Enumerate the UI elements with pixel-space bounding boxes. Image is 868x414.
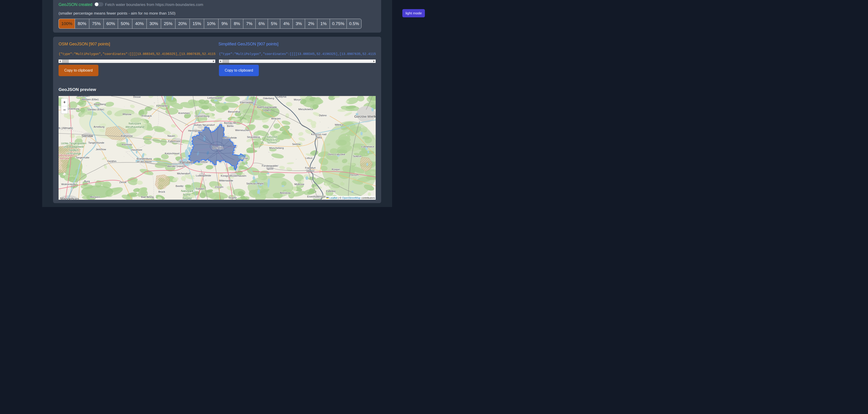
svg-text:Arneburg: Arneburg <box>94 125 104 128</box>
svg-text:Werneuchen: Werneuchen <box>235 129 250 131</box>
svg-text:Bad Freienwalde: Bad Freienwalde <box>257 106 277 109</box>
svg-text:Seehausen: Seehausen <box>76 96 90 97</box>
svg-text:Möckern: Möckern <box>90 196 100 198</box>
svg-text:Werder (Havel): Werder (Havel) <box>167 165 185 168</box>
svg-text:Ludwigsfelde: Ludwigsfelde <box>196 174 211 177</box>
svg-text:Trebbin: Trebbin <box>196 187 205 190</box>
svg-text:Sulęcin: Sulęcin <box>353 155 362 157</box>
svg-text:Liebenwalde: Liebenwalde <box>207 96 222 99</box>
svg-text:Königs Wusterhausen: Königs Wusterhausen <box>221 174 246 177</box>
svg-text:Odrą: Odrą <box>316 136 322 139</box>
svg-text:Oderberg: Oderberg <box>263 97 274 100</box>
svg-text:Stendal: Stendal <box>82 134 93 138</box>
svg-text:Magdeburg: Magdeburg <box>60 197 79 200</box>
svg-text:penübungsplatz: penübungsplatz <box>59 154 74 157</box>
svg-text:Bad Belzig: Bad Belzig <box>141 196 154 198</box>
svg-text:Westhavelland: Westhavelland <box>126 125 145 128</box>
svg-text:(Oder): (Oder) <box>306 170 314 172</box>
svg-text:Eisenhüttenstadt: Eisenhüttenstadt <box>307 195 327 198</box>
svg-text:Cedynia: Cedynia <box>277 96 286 98</box>
svg-text:Beeskow: Beeskow <box>280 191 291 194</box>
svg-text:Naturpark: Naturpark <box>267 136 278 138</box>
svg-text:Rhinow: Rhinow <box>123 113 131 116</box>
svg-text:an der Havel: an der Havel <box>137 160 152 163</box>
svg-text:Mieszkowice: Mieszkowice <box>298 108 313 111</box>
svg-text:Havelberg: Havelberg <box>94 103 106 106</box>
svg-text:Lubniewice: Lubniewice <box>361 145 374 148</box>
svg-text:Hennigsdorf: Hennigsdorf <box>188 129 203 132</box>
svg-text:Friesack: Friesack <box>142 114 152 117</box>
svg-text:Dębno: Dębno <box>319 114 327 117</box>
svg-text:Torzym: Torzym <box>350 174 359 176</box>
svg-text:Hohen Neuendorf: Hohen Neuendorf <box>194 124 215 126</box>
svg-text:Uchte-Tangerquellen: Uchte-Tangerquellen <box>61 142 86 145</box>
svg-text:Falkensee: Falkensee <box>168 140 180 143</box>
svg-text:Biesenthal: Biesenthal <box>228 110 240 113</box>
svg-text:Osterburg: Osterburg <box>67 107 79 110</box>
svg-text:Märkische: Märkische <box>266 138 278 141</box>
svg-text:Berlin: Berlin <box>212 145 223 150</box>
svg-text:Sandau (Elbe): Sandau (Elbe) <box>87 108 104 111</box>
svg-text:Oranienburg: Oranienburg <box>195 115 209 117</box>
svg-text:Teupitz: Teupitz <box>228 196 237 199</box>
svg-text:Mittenwalde: Mittenwalde <box>219 179 233 182</box>
svg-text:Nauen: Nauen <box>167 135 175 137</box>
svg-text:Rathenow: Rathenow <box>121 135 133 137</box>
svg-text:Beelitz: Beelitz <box>176 185 184 187</box>
svg-text:nördlich: nördlich <box>69 149 79 152</box>
svg-text:Seelow: Seelow <box>292 143 301 145</box>
svg-text:(Oder): (Oder) <box>263 109 271 112</box>
svg-text:Naturpark: Naturpark <box>128 122 141 125</box>
svg-text:Michendorf: Michendorf <box>177 172 190 175</box>
svg-text:Spree: Spree <box>267 167 274 170</box>
svg-text:Erkner: Erkner <box>241 157 248 159</box>
svg-text:Kremmen: Kremmen <box>178 112 190 114</box>
svg-text:Altmark: Altmark <box>59 157 69 160</box>
svg-text:Burg: Burg <box>84 180 90 183</box>
svg-text:Ośno Lubuskie: Ośno Lubuskie <box>328 153 345 156</box>
svg-text:Eberswalde: Eberswalde <box>240 101 254 104</box>
svg-text:Ziesar: Ziesar <box>119 181 127 183</box>
svg-text:Naturpark: Naturpark <box>181 189 194 193</box>
svg-text:Strausberg: Strausberg <box>247 136 260 138</box>
svg-text:Cybinka: Cybinka <box>326 190 336 193</box>
svg-text:Gorzów Wielkopolski: Gorzów Wielkopolski <box>354 114 376 118</box>
svg-text:Witnica: Witnica <box>335 123 343 126</box>
svg-text:Müncheberg: Müncheberg <box>269 147 284 149</box>
svg-text:und Waldgebiete: und Waldgebiete <box>64 145 84 148</box>
svg-text:Tangermünde: Tangermünde <box>88 141 104 144</box>
svg-text:Tangerhütte: Tangerhütte <box>75 156 90 159</box>
svg-text:Fehrbellin: Fehrbellin <box>156 105 168 107</box>
svg-text:Premnitz: Premnitz <box>122 143 132 146</box>
svg-text:Storkow (Mark): Storkow (Mark) <box>246 182 264 185</box>
svg-text:Wriezen: Wriezen <box>271 117 281 120</box>
svg-text:Dosse: Dosse <box>133 96 141 98</box>
svg-text:Genthin: Genthin <box>107 160 116 162</box>
svg-text:Wolmirstedt: Wolmirstedt <box>61 183 75 185</box>
svg-text:Havelsee: Havelsee <box>131 148 143 151</box>
svg-text:Berlin: Berlin <box>227 125 234 127</box>
svg-text:Potsdam: Potsdam <box>180 160 193 164</box>
svg-text:Ketzin/Havel: Ketzin/Havel <box>165 152 180 155</box>
svg-text:Müllrose: Müllrose <box>294 183 304 185</box>
svg-text:Kostrzyn nad: Kostrzyn nad <box>311 133 326 136</box>
svg-text:Rzepin: Rzepin <box>332 168 340 171</box>
svg-text:ark (Altmark): ark (Altmark) <box>59 126 73 130</box>
svg-text:Moryń: Moryń <box>294 98 301 101</box>
svg-text:Teltow: Teltow <box>200 160 208 163</box>
svg-text:Zossen: Zossen <box>215 185 223 188</box>
svg-text:Jerichow: Jerichow <box>96 148 106 151</box>
svg-text:Brandenburg: Brandenburg <box>137 157 152 160</box>
svg-text:Ahrensfelde: Ahrensfelde <box>223 136 237 139</box>
svg-text:Fürstenwalde/: Fürstenwalde/ <box>262 165 278 167</box>
svg-text:Nuthe-: Nuthe- <box>183 193 192 196</box>
svg-text:Lebus: Lebus <box>305 157 313 159</box>
svg-text:Bernau bei: Bernau bei <box>224 121 237 124</box>
svg-text:Nieplitz: Nieplitz <box>183 197 192 200</box>
svg-text:Brück: Brück <box>158 190 165 193</box>
svg-text:Werben (Elbe): Werben (Elbe) <box>82 98 99 101</box>
svg-text:Schweiz: Schweiz <box>268 141 277 144</box>
svg-text:Frankfurt: Frankfurt <box>305 167 316 169</box>
